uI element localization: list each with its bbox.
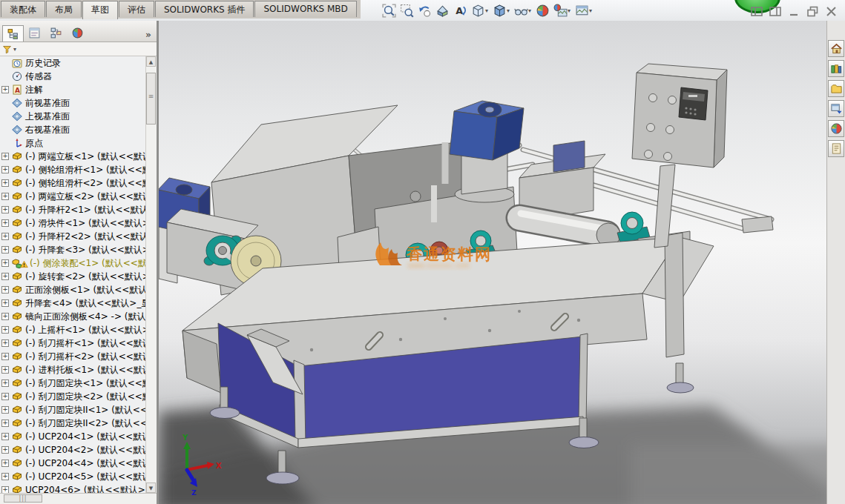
tree-item[interactable]: +升降套<4> (默认<<默认>_显 bbox=[0, 296, 146, 310]
tree-item[interactable]: +(-) 刮刀固定块II<1> (默认<< bbox=[0, 403, 146, 417]
annotation-views-button[interactable] bbox=[453, 3, 468, 19]
home-button[interactable] bbox=[828, 40, 844, 57]
expand-plus-icon[interactable]: + bbox=[1, 273, 9, 280]
tree-item[interactable]: +(-) 上摇杆<1> (默认<<默认> bbox=[0, 323, 146, 336]
tree-item[interactable]: +(-) UCP204<4> (默认<<默认 bbox=[0, 457, 146, 470]
dropdown-arrow-icon[interactable]: ▾ bbox=[507, 7, 510, 14]
tree-item[interactable]: +(-) 两端立板<1> (默认<<默认 bbox=[0, 150, 146, 163]
tree-item[interactable]: +UCP204<6> (默认<<默认>_显 bbox=[0, 483, 146, 493]
pane-left-button[interactable] bbox=[751, 6, 763, 20]
tree-item[interactable]: +(-) 旋转套<2> (默认<<默认> bbox=[0, 270, 146, 283]
apply-scene-button[interactable]: ▾ bbox=[553, 3, 572, 19]
view-palette-button[interactable] bbox=[828, 100, 844, 117]
panel-expand-chevron[interactable]: » bbox=[142, 29, 154, 42]
expand-plus-icon[interactable]: + bbox=[1, 219, 9, 227]
tree-item[interactable]: +(-) 刮刀摇杆<1> (默认<<默认 bbox=[0, 336, 146, 350]
expand-plus-icon[interactable]: + bbox=[1, 86, 9, 93]
pane-right-button[interactable] bbox=[769, 6, 782, 20]
expand-plus-icon[interactable]: + bbox=[1, 206, 9, 213]
tree-filter-bar[interactable]: ▾ bbox=[0, 42, 157, 56]
edit-appearance-button[interactable] bbox=[535, 3, 550, 19]
tree-item[interactable]: +正面涂侧板<1> (默认<<默认> bbox=[0, 283, 146, 296]
expand-plus-icon[interactable]: + bbox=[1, 353, 9, 360]
tree-item[interactable]: +(-) 刮刀固定块II<2> (默认<< bbox=[0, 417, 146, 430]
tree-item[interactable]: +(-) 侧轮组滑杆<1> (默认<<默 bbox=[0, 163, 146, 176]
scroll-thumb[interactable] bbox=[146, 73, 156, 125]
display-style-button[interactable]: ▾ bbox=[492, 3, 511, 19]
file-explorer-button[interactable] bbox=[828, 80, 844, 97]
featuremanager-tree-tab[interactable] bbox=[2, 25, 24, 42]
expand-plus-icon[interactable]: + bbox=[1, 299, 9, 307]
tree-item[interactable]: 上视基准面 bbox=[0, 110, 146, 123]
expand-plus-icon[interactable]: + bbox=[1, 473, 9, 480]
tree-item[interactable]: +(-) 侧涂装配<1> (默认<<默 bbox=[0, 256, 146, 270]
graphics-viewport[interactable]: 香通资料网 www.xxxxxx.com Y X Z bbox=[159, 21, 845, 504]
tree-item[interactable]: +(-) 进料托板<1> (默认<<默认 bbox=[0, 363, 146, 377]
expand-plus-icon[interactable]: + bbox=[1, 246, 9, 253]
expand-plus-icon[interactable]: + bbox=[1, 286, 9, 294]
ribbon-tab-3[interactable]: 草图 bbox=[82, 1, 118, 19]
tree-item[interactable]: +(-) 两端立板<2> (默认<<默认 bbox=[0, 190, 146, 203]
hscroll-thumb[interactable]: ||| bbox=[4, 494, 42, 503]
expand-plus-icon[interactable]: + bbox=[1, 393, 9, 400]
tree-item[interactable]: 原点 bbox=[0, 136, 146, 150]
tree-item[interactable]: +(-) 侧轮组滑杆<2> (默认<<默 bbox=[0, 176, 146, 190]
tree-item[interactable]: 右视基准面 bbox=[0, 123, 146, 136]
tree-item[interactable]: 传感器 bbox=[0, 70, 146, 83]
previous-view-button[interactable] bbox=[417, 3, 433, 19]
tree-item[interactable]: +镜向正面涂侧板<4> -> (默认 bbox=[0, 310, 146, 323]
dropdown-arrow-icon[interactable]: ▾ bbox=[485, 7, 488, 14]
tree-item[interactable]: +(-) UCP204<1> (默认<<默认 bbox=[0, 430, 146, 443]
minimize-button[interactable] bbox=[788, 6, 800, 20]
expand-plus-icon[interactable]: + bbox=[1, 233, 9, 240]
dropdown-arrow-icon[interactable]: ▾ bbox=[589, 7, 592, 14]
tree-item[interactable]: +(-) 刮刀摇杆<2> (默认<<默认 bbox=[0, 350, 146, 363]
tree-vertical-scrollbar[interactable]: ▲ ▼ bbox=[145, 56, 157, 493]
expand-plus-icon[interactable]: + bbox=[1, 339, 9, 347]
restore-button[interactable] bbox=[806, 6, 819, 20]
tree-item[interactable]: 历史记录 bbox=[0, 56, 146, 70]
tree-item[interactable]: +(-) 滑块件<1> (默认<<默认> bbox=[0, 216, 146, 230]
view-orientation-button[interactable]: ▾ bbox=[470, 3, 490, 19]
expand-plus-icon[interactable]: + bbox=[1, 153, 9, 160]
tree-item[interactable]: +(-) UCP204<5> (默认<<默认 bbox=[0, 470, 146, 483]
tree-item[interactable]: +注解 bbox=[0, 83, 146, 96]
zoom-to-fit-button[interactable] bbox=[381, 3, 397, 19]
displaymanager-tab[interactable] bbox=[67, 24, 88, 42]
expand-plus-icon[interactable]: + bbox=[1, 433, 9, 440]
expand-plus-icon[interactable]: + bbox=[1, 366, 9, 374]
expand-plus-icon[interactable]: + bbox=[1, 446, 9, 454]
expand-plus-icon[interactable]: + bbox=[1, 420, 9, 427]
expand-plus-icon[interactable]: + bbox=[1, 313, 9, 320]
ribbon-tab-6[interactable]: SOLIDWORKS MBD bbox=[254, 1, 356, 17]
view-settings-button[interactable]: ▾ bbox=[574, 3, 594, 19]
tree-item[interactable]: +(-) UCP204<2> (默认<<默认 bbox=[0, 443, 146, 457]
tree-item[interactable]: +(-) 升降杆2<1> (默认<<默认> bbox=[0, 203, 146, 216]
expand-plus-icon[interactable]: + bbox=[1, 326, 9, 334]
expand-plus-icon[interactable]: + bbox=[1, 406, 9, 414]
ribbon-tab-1[interactable]: 装配体 bbox=[1, 1, 45, 17]
zoom-to-area-button[interactable] bbox=[399, 3, 415, 19]
expand-plus-icon[interactable]: + bbox=[1, 259, 9, 267]
expand-plus-icon[interactable]: + bbox=[1, 486, 9, 493]
3d-scene[interactable]: 香通资料网 www.xxxxxx.com Y X Z bbox=[159, 21, 845, 504]
tree-item[interactable]: +(-) 刮刀固定块<2> (默认<<默 bbox=[0, 390, 146, 403]
tree-item[interactable]: +(-) 刮刀固定块<1> (默认<<默 bbox=[0, 377, 146, 390]
tree-horizontal-scrollbar[interactable]: ||| bbox=[0, 493, 157, 504]
propertymanager-tab[interactable] bbox=[24, 24, 45, 42]
configurationmanager-tab[interactable] bbox=[45, 24, 67, 42]
section-view-button[interactable] bbox=[435, 3, 450, 19]
expand-plus-icon[interactable]: + bbox=[1, 193, 9, 200]
expand-plus-icon[interactable]: + bbox=[1, 166, 9, 173]
ribbon-tab-5[interactable]: SOLIDWORKS 插件 bbox=[155, 1, 254, 17]
design-library-button[interactable] bbox=[828, 60, 844, 77]
dropdown-arrow-icon[interactable]: ▾ bbox=[528, 7, 531, 14]
hide-show-items-button[interactable]: ▾ bbox=[513, 3, 533, 19]
scroll-down-arrow[interactable]: ▼ bbox=[146, 483, 156, 493]
ribbon-tab-4[interactable]: 评估 bbox=[119, 1, 154, 17]
appearances-scenes-button[interactable] bbox=[828, 120, 844, 137]
close-button[interactable] bbox=[825, 6, 838, 20]
tree-item[interactable]: +(-) 升降杆2<2> (默认<<默认> bbox=[0, 230, 146, 243]
scroll-up-arrow[interactable]: ▲ bbox=[146, 56, 156, 67]
expand-plus-icon[interactable]: + bbox=[1, 379, 9, 387]
